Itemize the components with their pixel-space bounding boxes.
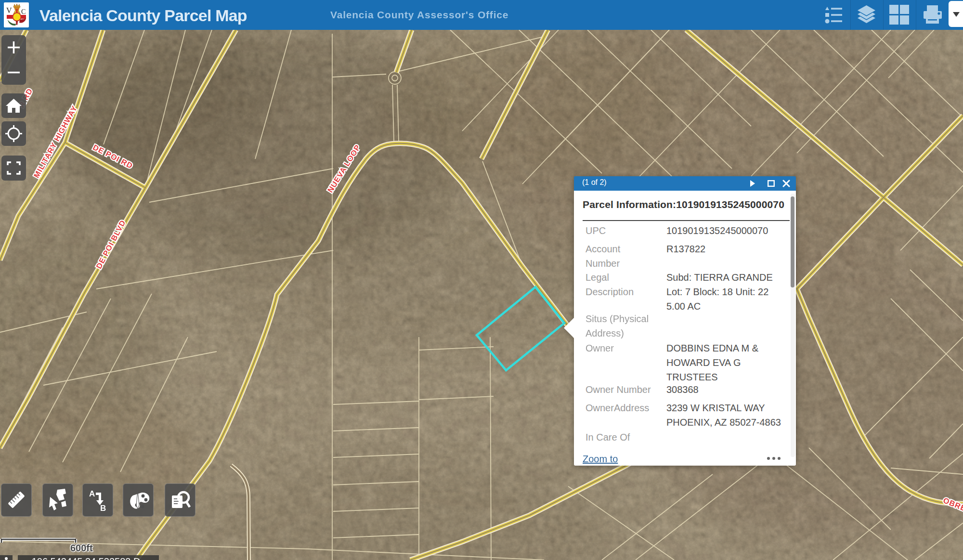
svg-text:B: B bbox=[100, 504, 106, 513]
svg-text:A: A bbox=[89, 489, 95, 498]
svg-text:C: C bbox=[21, 8, 26, 15]
svg-text:V: V bbox=[6, 6, 12, 14]
svg-text:600ft: 600ft bbox=[70, 543, 93, 553]
